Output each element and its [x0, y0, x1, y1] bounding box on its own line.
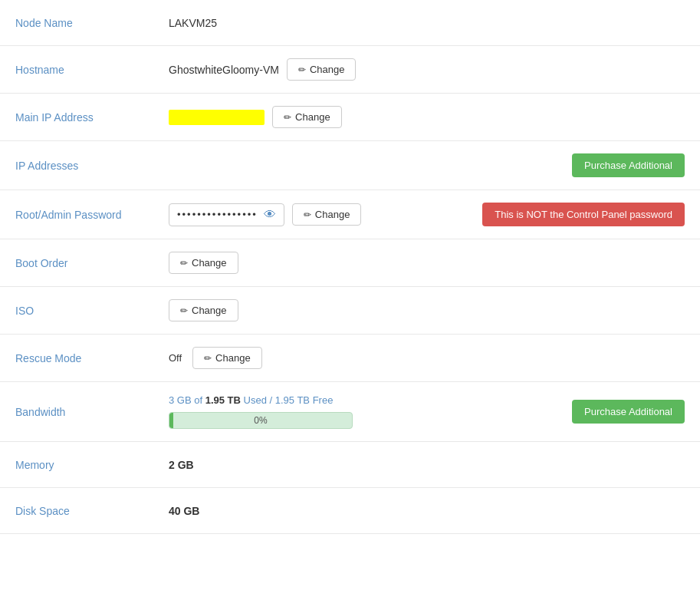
node-name-content: LAKVM25: [169, 17, 685, 29]
password-right: This is NOT the Control Panel password: [482, 203, 685, 226]
boot-order-content: Change: [169, 252, 685, 274]
rescue-mode-label: Rescue Mode: [15, 352, 169, 364]
eye-icon[interactable]: 👁: [264, 208, 276, 222]
main-ip-change-label: Change: [295, 111, 330, 123]
bandwidth-prefix: 3 GB of: [169, 394, 205, 406]
password-alert: This is NOT the Control Panel password: [482, 203, 685, 226]
iso-label: ISO: [15, 305, 169, 317]
hostname-change-label: Change: [310, 64, 345, 75]
hostname-value: GhostwhiteGloomy-VM: [169, 64, 279, 76]
pencil-icon: [180, 305, 188, 316]
memory-row: Memory 2 GB: [0, 442, 700, 488]
memory-label: Memory: [15, 459, 169, 471]
ip-addresses-row: IP Addresses Purchase Additional: [0, 141, 700, 190]
main-ip-label: Main IP Address: [15, 111, 169, 124]
disk-space-content: 40 GB: [169, 505, 685, 517]
main-ip-change-button[interactable]: Change: [272, 106, 342, 128]
rescue-mode-status: Off: [169, 352, 182, 364]
pencil-icon: [304, 209, 311, 220]
iso-row: ISO Change: [0, 287, 700, 335]
password-dots: ••••••••••••••••: [177, 209, 258, 220]
rescue-mode-content: Off Change: [169, 347, 685, 369]
bandwidth-right: Purchase Additional: [572, 400, 685, 424]
bandwidth-row: Bandwidth 3 GB of 1.95 TB Used / 1.95 TB…: [0, 382, 700, 442]
disk-space-row: Disk Space 40 GB: [0, 488, 700, 534]
iso-content: Change: [169, 299, 685, 321]
node-name-value: LAKVM25: [169, 17, 217, 29]
pencil-icon: [284, 111, 291, 123]
bandwidth-suffix: Used / 1.95 TB Free: [241, 394, 333, 406]
bandwidth-progress-bar: 0%: [169, 412, 353, 429]
pencil-icon: [204, 352, 212, 364]
node-name-label: Node Name: [15, 17, 169, 29]
password-field: •••••••••••••••• 👁: [169, 203, 284, 226]
main-ip-row: Main IP Address ███████████ Change: [0, 94, 700, 141]
boot-order-row: Boot Order Change: [0, 239, 700, 287]
bandwidth-label: Bandwidth: [15, 406, 169, 418]
bandwidth-purchase-button[interactable]: Purchase Additional: [572, 400, 685, 424]
bandwidth-content: 3 GB of 1.95 TB Used / 1.95 TB Free 0%: [169, 394, 572, 429]
disk-space-value: 40 GB: [169, 505, 199, 517]
hostname-label: Hostname: [15, 64, 169, 76]
pencil-icon: [180, 257, 188, 269]
boot-order-change-button[interactable]: Change: [169, 252, 238, 274]
rescue-mode-change-button[interactable]: Change: [192, 347, 262, 369]
memory-content: 2 GB: [169, 459, 685, 471]
pencil-icon: [298, 64, 306, 75]
password-label: Root/Admin Password: [15, 209, 169, 221]
ip-addresses-right: Purchase Additional: [572, 153, 685, 177]
memory-value: 2 GB: [169, 459, 194, 471]
boot-order-label: Boot Order: [15, 257, 169, 269]
rescue-mode-change-label: Change: [215, 352, 251, 364]
node-name-row: Node Name LAKVM25: [0, 0, 700, 46]
password-content: •••••••••••••••• 👁 Change: [169, 203, 482, 226]
main-container: Node Name LAKVM25 Hostname GhostwhiteGlo…: [0, 0, 700, 600]
main-ip-value: ███████████: [169, 110, 265, 125]
password-change-button[interactable]: Change: [292, 203, 362, 226]
ip-addresses-label: IP Addresses: [15, 160, 169, 172]
hostname-change-button[interactable]: Change: [287, 58, 357, 81]
ip-addresses-purchase-button[interactable]: Purchase Additional: [572, 153, 685, 177]
iso-change-button[interactable]: Change: [169, 299, 238, 321]
bandwidth-text: 3 GB of 1.95 TB Used / 1.95 TB Free: [169, 394, 572, 406]
hostname-content: GhostwhiteGloomy-VM Change: [169, 58, 685, 81]
disk-space-label: Disk Space: [15, 505, 169, 517]
iso-change-label: Change: [192, 305, 227, 316]
bandwidth-progress-label: 0%: [254, 415, 267, 426]
main-ip-content: ███████████ Change: [169, 106, 685, 128]
password-row: Root/Admin Password •••••••••••••••• 👁 C…: [0, 190, 700, 239]
boot-order-change-label: Change: [192, 257, 227, 269]
password-change-label: Change: [315, 209, 350, 220]
rescue-mode-row: Rescue Mode Off Change: [0, 335, 700, 382]
bandwidth-progress-fill: [169, 413, 173, 428]
bandwidth-bold: 1.95 TB: [205, 394, 241, 406]
hostname-row: Hostname GhostwhiteGloomy-VM Change: [0, 46, 700, 94]
